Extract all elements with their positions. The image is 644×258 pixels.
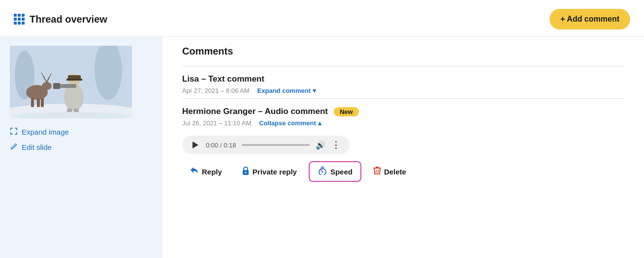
volume-icon[interactable]: 🔊 [316, 141, 325, 150]
collapse-comment-button[interactable]: Collapse comment ▴ [259, 119, 322, 127]
comment-date: Apr 27, 2021 – 8:06 AM [182, 87, 250, 94]
header: Thread overview + Add comment [0, 0, 644, 37]
audio-current-time: 0:00 / 0:18 [206, 142, 236, 149]
comment-item: Hermione Granger – Audio comment New Jul… [182, 98, 624, 182]
edit-slide-label: Edit slide [22, 143, 52, 151]
svg-rect-5 [31, 97, 34, 107]
chevron-down-icon: ▾ [313, 87, 316, 94]
svg-line-9 [43, 86, 47, 90]
comment-date: Jul 26, 2021 – 11:10 AM [182, 119, 251, 127]
private-reply-label: Private reply [253, 168, 297, 176]
svg-rect-17 [66, 79, 82, 81]
more-options-icon[interactable]: ⋮ [331, 140, 341, 150]
reply-label: Reply [202, 168, 222, 176]
delete-button[interactable]: Delete [365, 162, 414, 181]
comment-meta: Jul 26, 2021 – 11:10 AM Collapse comment… [182, 119, 624, 127]
speed-label: Speed [330, 168, 353, 176]
svg-rect-6 [37, 98, 40, 107]
audio-progress-bar[interactable] [242, 144, 310, 146]
slide-image [10, 46, 132, 118]
lock-icon [242, 166, 250, 177]
main-layout: Expand image Edit slide Comments Lisa – … [0, 37, 644, 258]
comment-author: Hermione Granger – Audio comment [182, 107, 328, 116]
expand-icon [10, 127, 18, 137]
sidebar: Expand image Edit slide [0, 37, 162, 258]
play-icon [193, 142, 198, 148]
comment-author: Lisa – Text comment [182, 74, 264, 84]
expand-image-button[interactable]: Expand image [10, 127, 153, 137]
speed-icon [318, 166, 327, 177]
expand-comment-label: Expand comment [258, 87, 311, 94]
private-reply-button[interactable]: Private reply [234, 162, 305, 181]
expand-comment-button[interactable]: Expand comment ▾ [258, 87, 316, 94]
delete-label: Delete [384, 168, 406, 176]
collapse-comment-label: Collapse comment [259, 119, 316, 127]
svg-rect-16 [68, 75, 81, 79]
comment-actions: Reply Private reply [182, 161, 624, 182]
reply-icon [190, 167, 199, 176]
comments-section-title: Comments [182, 46, 624, 57]
new-badge: New [334, 107, 359, 116]
edit-pencil-icon [10, 143, 18, 152]
svg-rect-19 [53, 83, 60, 89]
page-title: Thread overview [30, 14, 107, 25]
add-comment-button[interactable]: + Add comment [549, 9, 630, 29]
svg-point-24 [245, 172, 246, 173]
audio-player: 0:00 / 0:18 🔊 ⋮ [182, 136, 350, 154]
header-left: Thread overview [14, 14, 107, 25]
delete-trash-icon [373, 166, 381, 177]
edit-slide-button[interactable]: Edit slide [10, 143, 153, 152]
sidebar-actions: Expand image Edit slide [10, 127, 153, 152]
svg-point-26 [322, 172, 323, 173]
comment-item: Lisa – Text comment Apr 27, 2021 – 8:06 … [182, 66, 624, 94]
comment-meta: Apr 27, 2021 – 8:06 AM Expand comment ▾ [182, 87, 624, 94]
chevron-up-icon: ▴ [318, 119, 322, 127]
grid-icon [14, 14, 25, 25]
expand-image-label: Expand image [22, 128, 69, 136]
comment-header: Hermione Granger – Audio comment New [182, 107, 624, 116]
play-button[interactable] [191, 141, 200, 149]
reply-button[interactable]: Reply [182, 163, 230, 180]
speed-button[interactable]: Speed [309, 161, 361, 182]
content-area: Comments Lisa – Text comment Apr 27, 202… [162, 37, 644, 258]
svg-rect-7 [41, 98, 44, 107]
comment-header: Lisa – Text comment [182, 74, 624, 84]
